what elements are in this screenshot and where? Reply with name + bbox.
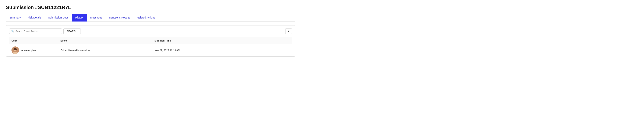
cell-sort [284,44,292,56]
search-row: 🔍 SEARCH ▼ [9,29,292,34]
search-input-wrapper: 🔍 [9,29,62,34]
tab-messages[interactable]: Messages [87,14,106,22]
cell-modified-time: Nov 22, 2022 10:18 AM [152,44,284,56]
user-name: Annie Appian [21,49,36,52]
content-area: 🔍 SEARCH ▼ User Event Modified Time [6,25,295,57]
col-header-sort[interactable]: ↓ [284,37,292,44]
filter-button[interactable]: ▼ [285,29,292,34]
cell-event: Edited General Information [58,44,152,56]
page-wrapper: Submission #SUB11221R7L SummaryRisk Deta… [0,0,301,61]
table-wrapper: User Event Modified Time ↓ [9,37,292,56]
tab-history[interactable]: History [72,14,87,22]
col-header-user: User [9,37,58,44]
search-button[interactable]: SEARCH [64,29,81,34]
sort-arrow-icon: ↓ [288,39,290,42]
search-input[interactable] [16,30,60,33]
table-row: Annie Appian Edited General InformationN… [9,44,292,56]
filter-icon: ▼ [287,30,290,33]
tab-submission-docs[interactable]: Submission Docs [45,14,72,22]
page-title: Submission #SUB11221R7L [6,5,295,10]
tab-sanctions-results[interactable]: Sanctions Results [106,14,134,22]
col-header-event: Event [58,37,152,44]
search-icon: 🔍 [11,30,14,33]
tabs-bar: SummaryRisk DetailsSubmission DocsHistor… [6,14,295,22]
table-header-row: User Event Modified Time ↓ [9,37,292,44]
tab-risk-details[interactable]: Risk Details [24,14,45,22]
cell-user: Annie Appian [9,44,58,56]
audit-table: User Event Modified Time ↓ [9,37,292,56]
tab-summary[interactable]: Summary [6,14,24,22]
col-header-modified-time: Modified Time [152,37,284,44]
table-body: Annie Appian Edited General InformationN… [9,44,292,56]
tab-related-actions[interactable]: Related Actions [134,14,158,22]
avatar [12,46,19,54]
